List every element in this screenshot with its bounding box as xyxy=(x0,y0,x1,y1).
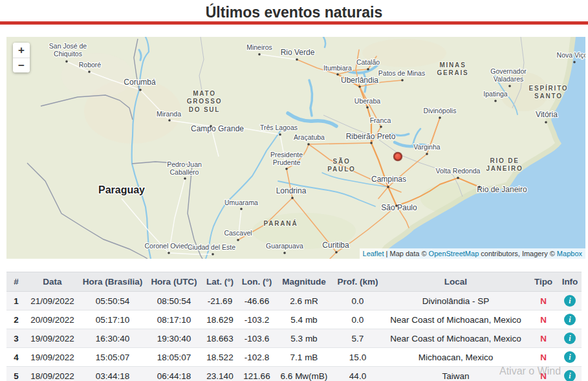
cell-hora_utc: 08:50:54 xyxy=(146,292,202,310)
column-header: Magnitude xyxy=(276,272,332,292)
city-label: Mineiros xyxy=(246,43,272,51)
cell-num: 2 xyxy=(6,310,26,329)
cell-date: 20/09/2022 xyxy=(26,310,79,329)
city-label: Governador xyxy=(490,67,527,75)
cell-prof: 15.0 xyxy=(332,348,383,367)
state-label: MATO xyxy=(193,90,216,97)
city-dot xyxy=(335,251,338,254)
city-label: Presidente xyxy=(270,151,303,158)
event-marker[interactable] xyxy=(394,153,402,160)
cell-num: 3 xyxy=(6,329,26,348)
city-dot xyxy=(457,177,459,179)
column-header: Lat. (°) xyxy=(202,272,238,292)
info-icon[interactable]: i xyxy=(564,314,576,325)
cell-hora_utc: 19:30:40 xyxy=(146,329,202,348)
city-dot xyxy=(283,252,286,254)
state-label: MINAS xyxy=(439,61,466,69)
city-label: San José de xyxy=(49,42,87,50)
column-header: Hora (Brasília) xyxy=(79,272,146,292)
cell-num: 5 xyxy=(6,367,26,381)
zoom-out-button[interactable]: − xyxy=(13,58,30,72)
city-label: Catalão xyxy=(356,58,380,66)
map-canvas: RoboréCorumbáMirandaCampo GrandeTrês Lag… xyxy=(6,37,585,259)
cell-hora_brasilia: 05:17:10 xyxy=(79,310,146,329)
city-label: Chiquitos xyxy=(54,50,82,58)
city-label: Miranda xyxy=(157,110,181,118)
city-label: Itumbiara xyxy=(323,64,352,72)
cell-prof: 5.7 xyxy=(332,329,383,348)
cell-hora_utc: 06:44:18 xyxy=(146,367,202,381)
table-row: 319/09/202216:30:4019:30:4018.663-103.65… xyxy=(6,329,582,348)
city-dot xyxy=(426,153,428,155)
cell-lon: 121.66 xyxy=(238,367,276,381)
cell-local: Taiwan xyxy=(383,367,528,381)
city-dot xyxy=(494,100,497,102)
city-dot xyxy=(358,85,361,88)
city-label: São Paulo xyxy=(381,203,417,212)
attribution-text: contributors, Imagery © xyxy=(479,250,557,257)
info-icon[interactable]: i xyxy=(564,295,576,307)
cell-lat: 23.140 xyxy=(202,367,238,381)
city-dot xyxy=(279,133,281,136)
events-table: #DataHora (Brasília)Hora (UTC)Lat. (°)Lo… xyxy=(6,272,582,381)
tipo-badge: N xyxy=(540,315,547,325)
city-dot xyxy=(366,106,369,109)
info-icon[interactable]: i xyxy=(564,370,576,381)
city-label: Umuarama xyxy=(224,199,258,206)
state-label: PAULO xyxy=(327,166,355,173)
city-dot xyxy=(380,125,382,128)
cell-magnitude: 5.4 mb xyxy=(276,310,332,329)
tipo-badge: N xyxy=(540,353,547,362)
column-header: Local xyxy=(383,272,528,292)
leaflet-link[interactable]: Leaflet xyxy=(363,250,384,257)
cell-lon: -102.8 xyxy=(238,348,276,367)
cell-local: Michoacan, Mexico xyxy=(383,348,528,367)
info-glyph: i xyxy=(569,353,571,362)
title-divider xyxy=(0,21,588,25)
city-dot xyxy=(212,253,214,256)
info-icon[interactable]: i xyxy=(564,332,576,344)
openstreetmap-link[interactable]: OpenStreetMap xyxy=(429,250,479,257)
cell-lat: -21.69 xyxy=(202,292,238,310)
state-label: GROSSO xyxy=(187,98,223,105)
city-dot xyxy=(336,73,339,76)
map[interactable]: RoboréCorumbáMirandaCampo GrandeTrês Lag… xyxy=(6,37,585,259)
info-glyph: i xyxy=(569,296,571,306)
page-title: Últimos eventos naturais xyxy=(0,0,588,21)
city-label: Rio de Janeiro xyxy=(477,185,527,194)
info-icon[interactable]: i xyxy=(564,351,576,363)
cell-hora_utc: 08:17:10 xyxy=(146,310,202,329)
map-attribution: Leaflet | Map data © OpenStreetMap contr… xyxy=(360,248,585,259)
city-dot xyxy=(139,89,142,91)
city-dot xyxy=(291,197,294,199)
cell-prof: 44.0 xyxy=(332,367,383,381)
cell-magnitude: 2.6 mR xyxy=(276,292,332,310)
cell-lat: 18.663 xyxy=(202,329,238,348)
city-label: Valadares xyxy=(494,75,524,83)
city-dot xyxy=(168,119,171,122)
cell-date: 18/09/2022 xyxy=(26,367,79,381)
city-label: Prudente xyxy=(273,158,301,166)
cell-magnitude: 6.6 Mw(mB) xyxy=(276,367,332,381)
zoom-control: + − xyxy=(13,43,30,72)
city-dot xyxy=(367,68,369,71)
cell-local: Near Coast of Michoacan, Mexico xyxy=(383,310,528,329)
city-dot xyxy=(508,85,511,87)
table-row: 220/09/202205:17:1008:17:1018.629-103.25… xyxy=(6,310,582,329)
city-dot xyxy=(88,71,91,73)
city-label: Divinópolis xyxy=(424,107,457,114)
cell-hora_utc: 18:05:07 xyxy=(146,348,202,367)
city-label: Franca xyxy=(370,116,391,124)
info-glyph: i xyxy=(569,371,571,381)
city-dot xyxy=(258,53,261,56)
city-label: Vitória xyxy=(536,110,558,119)
city-label: Cascavel xyxy=(224,229,252,237)
cell-hora_brasilia: 15:05:07 xyxy=(79,348,146,367)
city-label: Ciudad del Este xyxy=(188,243,235,251)
zoom-in-button[interactable]: + xyxy=(13,43,30,58)
city-label: Pedro Juan xyxy=(167,160,202,168)
city-dot xyxy=(478,186,481,188)
mapbox-link[interactable]: Mapbox xyxy=(557,250,582,257)
city-dot xyxy=(439,116,441,119)
state-label: ESPÍRITO xyxy=(529,84,569,92)
